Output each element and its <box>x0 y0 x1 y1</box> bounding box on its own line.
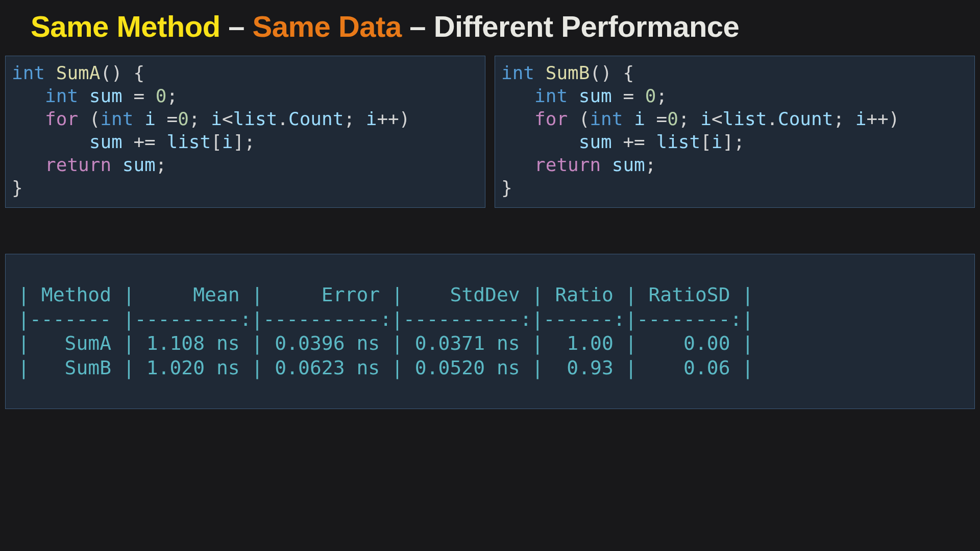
code-line: } <box>12 176 479 199</box>
title-part-method: Same Method <box>31 10 220 43</box>
title-part-data: Same Data <box>253 10 402 43</box>
code-line: sum += list[i]; <box>12 130 479 153</box>
code-block-suma: int SumA() { int sum = 0; for (int i =0;… <box>5 56 485 208</box>
benchmark-table: | Method | Mean | Error | StdDev | Ratio… <box>5 254 975 409</box>
benchmark-row: | SumB | 1.020 ns | 0.0623 ns | 0.0520 n… <box>18 356 962 380</box>
code-line: return sum; <box>501 153 968 176</box>
code-line: sum += list[i]; <box>501 130 968 153</box>
code-line: for (int i =0; i<list.Count; i++) <box>501 107 968 130</box>
code-line: int sum = 0; <box>501 84 968 107</box>
code-line: for (int i =0; i<list.Count; i++) <box>12 107 479 130</box>
code-line: int SumA() { <box>12 61 479 84</box>
code-block-sumb: int SumB() { int sum = 0; for (int i =0;… <box>495 56 975 208</box>
slide-title: Same Method – Same Data – Different Perf… <box>0 0 980 56</box>
code-line: return sum; <box>12 153 479 176</box>
title-separator-2: – <box>402 10 434 43</box>
title-separator-1: – <box>220 10 253 43</box>
code-line: } <box>501 176 968 199</box>
title-part-performance: Different Performance <box>434 10 740 43</box>
benchmark-row: | Method | Mean | Error | StdDev | Ratio… <box>18 283 962 307</box>
benchmark-row: |------- |---------:|----------:|-------… <box>18 307 962 332</box>
code-row: int SumA() { int sum = 0; for (int i =0;… <box>0 56 980 208</box>
code-line: int SumB() { <box>501 61 968 84</box>
code-line: int sum = 0; <box>12 84 479 107</box>
benchmark-row: | SumA | 1.108 ns | 0.0396 ns | 0.0371 n… <box>18 331 962 356</box>
